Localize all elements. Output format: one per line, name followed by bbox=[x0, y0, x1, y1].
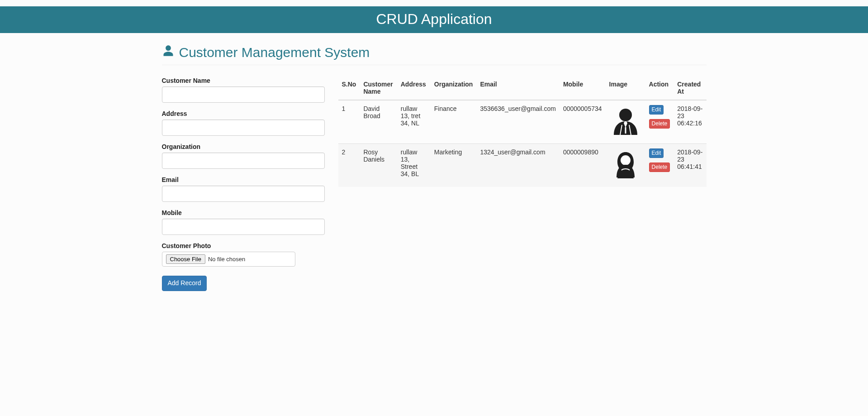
file-input-wrap[interactable]: Choose File No file chosen bbox=[162, 252, 295, 267]
label-email: Email bbox=[162, 176, 325, 183]
cell-address: rullaw 13, tret 34, NL bbox=[397, 100, 431, 144]
field-customer-name: Customer Name bbox=[162, 77, 325, 103]
cell-name: Rosy Daniels bbox=[360, 144, 397, 187]
th-created: Created At bbox=[674, 77, 706, 100]
app-banner: CRUD Application bbox=[0, 6, 868, 33]
label-mobile: Mobile bbox=[162, 209, 325, 216]
field-email: Email bbox=[162, 176, 325, 202]
label-address: Address bbox=[162, 110, 325, 117]
customers-table: S.No Customer Name Address Organization … bbox=[338, 77, 707, 187]
main-container: Customer Management System Customer Name… bbox=[155, 33, 713, 291]
form-column: Customer Name Address Organization Email… bbox=[162, 77, 325, 291]
cell-mobile: 0000009890 bbox=[560, 144, 606, 187]
cell-image bbox=[606, 144, 645, 187]
cell-organization: Marketing bbox=[431, 144, 477, 187]
table-column: S.No Customer Name Address Organization … bbox=[338, 77, 707, 291]
delete-button[interactable]: Delete bbox=[649, 119, 670, 129]
avatar-male-icon bbox=[609, 105, 642, 138]
page-title-text: Customer Management System bbox=[179, 45, 370, 60]
cell-action: EditDelete bbox=[645, 144, 674, 187]
table-row: 1David Broadrullaw 13, tret 34, NLFinanc… bbox=[338, 100, 707, 144]
cell-action: EditDelete bbox=[645, 100, 674, 144]
th-mobile: Mobile bbox=[560, 77, 606, 100]
table-header-row: S.No Customer Name Address Organization … bbox=[338, 77, 707, 100]
field-address: Address bbox=[162, 110, 325, 136]
input-address[interactable] bbox=[162, 120, 325, 136]
cell-sno: 1 bbox=[338, 100, 360, 144]
cell-address: rullaw 13, Street 34, BL bbox=[397, 144, 431, 187]
page-title: Customer Management System bbox=[162, 44, 370, 60]
cell-organization: Finance bbox=[431, 100, 477, 144]
content-row: Customer Name Address Organization Email… bbox=[162, 65, 707, 291]
field-photo: Customer Photo Choose File No file chose… bbox=[162, 242, 325, 267]
field-organization: Organization bbox=[162, 143, 325, 169]
input-mobile[interactable] bbox=[162, 219, 325, 235]
input-organization[interactable] bbox=[162, 153, 325, 169]
th-email: Email bbox=[476, 77, 560, 100]
add-record-button[interactable]: Add Record bbox=[162, 276, 207, 291]
file-status-text: No file chosen bbox=[208, 256, 245, 263]
cell-created: 2018-09-23 06:42:16 bbox=[674, 100, 706, 144]
th-image: Image bbox=[606, 77, 645, 100]
choose-file-button[interactable]: Choose File bbox=[166, 254, 205, 264]
page-title-wrap: Customer Management System bbox=[162, 33, 707, 65]
app-title: CRUD Application bbox=[376, 11, 492, 27]
th-organization: Organization bbox=[431, 77, 477, 100]
input-customer-name[interactable] bbox=[162, 86, 325, 103]
cell-email: 1324_user@gmail.com bbox=[476, 144, 560, 187]
table-row: 2Rosy Danielsrullaw 13, Street 34, BLMar… bbox=[338, 144, 707, 187]
edit-button[interactable]: Edit bbox=[649, 148, 664, 158]
cell-image bbox=[606, 100, 645, 144]
th-action: Action bbox=[645, 77, 674, 100]
input-email[interactable] bbox=[162, 186, 325, 202]
cell-mobile: 00000005734 bbox=[560, 100, 606, 144]
th-address: Address bbox=[397, 77, 431, 100]
user-icon bbox=[162, 44, 175, 60]
cell-created: 2018-09-23 06:41:41 bbox=[674, 144, 706, 187]
label-organization: Organization bbox=[162, 143, 325, 150]
delete-button[interactable]: Delete bbox=[649, 163, 670, 172]
label-customer-name: Customer Name bbox=[162, 77, 325, 84]
field-mobile: Mobile bbox=[162, 209, 325, 235]
th-name: Customer Name bbox=[360, 77, 397, 100]
table-body: 1David Broadrullaw 13, tret 34, NLFinanc… bbox=[338, 100, 707, 187]
cell-sno: 2 bbox=[338, 144, 360, 187]
edit-button[interactable]: Edit bbox=[649, 105, 664, 115]
avatar-female-icon bbox=[609, 148, 642, 181]
th-sno: S.No bbox=[338, 77, 360, 100]
cell-name: David Broad bbox=[360, 100, 397, 144]
cell-email: 3536636_user@gmail.com bbox=[476, 100, 560, 144]
label-photo: Customer Photo bbox=[162, 242, 325, 249]
